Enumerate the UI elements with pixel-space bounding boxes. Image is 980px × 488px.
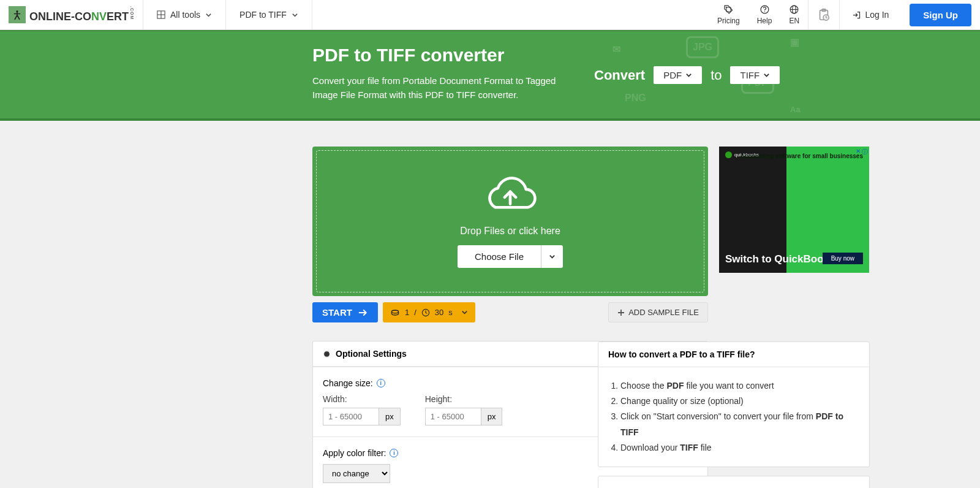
nav-pdf-to-tiff[interactable]: PDF to TIFF <box>226 0 312 29</box>
chevron-down-icon <box>205 12 212 18</box>
globe-icon <box>789 4 799 15</box>
change-size-label: Change size: <box>323 378 373 388</box>
start-label: START <box>322 307 352 318</box>
reverse-panel: To convert in the opposite direction, cl… <box>598 476 870 488</box>
chevron-down-icon <box>292 12 298 18</box>
nav-help-label: Help <box>757 17 772 25</box>
width-label: Width: <box>323 394 401 404</box>
color-filter-select[interactable]: no change <box>323 464 390 483</box>
login-icon <box>852 10 861 20</box>
plus-icon <box>617 309 625 316</box>
svg-point-4 <box>726 7 727 8</box>
nav-language[interactable]: EN <box>780 0 808 29</box>
dropzone-text: Drop Files or click here <box>460 226 560 237</box>
ad-tagline: Accounting software for small businesses <box>740 153 863 160</box>
nav-help[interactable]: Help <box>748 0 781 29</box>
clipboard-history-icon <box>817 8 831 21</box>
nav-pricing[interactable]: Pricing <box>709 0 748 29</box>
howto-step: Change quality or size (optional) <box>620 394 859 409</box>
nav-pdf-to-tiff-label: PDF to TIFF <box>239 10 287 20</box>
info-icon[interactable]: i <box>377 379 385 387</box>
settings-title: Optional Settings <box>336 349 407 359</box>
chevron-down-icon <box>461 309 468 316</box>
page-subtitle: Convert your file from Portable Document… <box>312 74 570 102</box>
credits-div: / <box>414 308 417 317</box>
width-unit: px <box>379 408 401 425</box>
svg-point-13 <box>391 310 398 313</box>
nav-all-tools[interactable]: All tools <box>143 0 226 29</box>
svg-point-6 <box>764 11 764 12</box>
signup-button[interactable]: Sign Up <box>910 4 971 26</box>
start-button[interactable]: START <box>312 302 378 322</box>
time-value: 30 <box>435 308 443 317</box>
help-icon <box>760 4 770 15</box>
advertisement[interactable]: ✕ ⓘ quickbooks Accounting software for s… <box>719 147 869 273</box>
logo-text: ONLINE-CONVERT.COM <box>29 6 134 23</box>
ad-cta[interactable]: Buy now <box>823 253 863 264</box>
howto-panel: How to convert a PDF to a TIFF file? Cho… <box>598 341 870 467</box>
add-sample-label: ADD SAMPLE FILE <box>628 308 699 317</box>
time-unit: s <box>448 308 453 317</box>
login-label: Log In <box>865 10 889 20</box>
color-filter-label: Apply color filter: <box>323 448 386 458</box>
cloud-upload-icon <box>482 175 538 216</box>
width-input[interactable] <box>323 408 379 425</box>
nav-language-label: EN <box>790 17 800 25</box>
choose-file-dropdown[interactable] <box>541 245 563 268</box>
chevron-down-icon <box>549 253 556 260</box>
coin-icon <box>390 309 400 316</box>
hero: JPG PDF ▣ PNG ✉ Aa PDF to TIFF converter… <box>0 30 980 121</box>
height-unit: px <box>481 408 503 425</box>
file-dropzone[interactable]: Drop Files or click here Choose File <box>312 147 708 296</box>
credits-pill[interactable]: 1 / 30 s <box>383 302 475 322</box>
info-icon[interactable]: i <box>390 449 398 457</box>
howto-title: How to convert a PDF to a TIFF file? <box>598 342 869 367</box>
ad-headline: Switch to QuickBooks. <box>725 254 838 265</box>
howto-step: Click on "Start conversion" to convert y… <box>620 409 859 440</box>
credits-value: 1 <box>405 308 409 317</box>
nav-pricing-label: Pricing <box>717 17 740 25</box>
grid-icon <box>157 10 165 19</box>
hero-bg-icons: JPG PDF ▣ PNG ✉ Aa <box>588 31 980 118</box>
login-button[interactable]: Log In <box>840 0 901 29</box>
tag-icon <box>723 4 734 15</box>
logo-icon <box>9 6 26 23</box>
clock-icon <box>421 308 430 317</box>
howto-step: Choose the PDF file you want to convert <box>620 378 859 394</box>
nav-all-tools-label: All tools <box>170 10 200 20</box>
nav-clipboard[interactable] <box>808 0 840 29</box>
top-nav: ONLINE-CONVERT.COM All tools PDF to TIFF… <box>0 0 980 30</box>
choose-file-button[interactable]: Choose File <box>458 245 541 268</box>
height-input[interactable] <box>425 408 481 425</box>
height-label: Height: <box>425 394 503 404</box>
signup-wrap: Sign Up <box>901 0 980 29</box>
page-title: PDF to TIFF converter <box>312 45 570 66</box>
howto-step: Download your TIFF file <box>620 440 859 456</box>
arrow-right-icon <box>358 308 368 317</box>
logo[interactable]: ONLINE-CONVERT.COM <box>0 0 143 29</box>
gear-icon <box>323 350 331 358</box>
add-sample-button[interactable]: ADD SAMPLE FILE <box>608 302 708 322</box>
